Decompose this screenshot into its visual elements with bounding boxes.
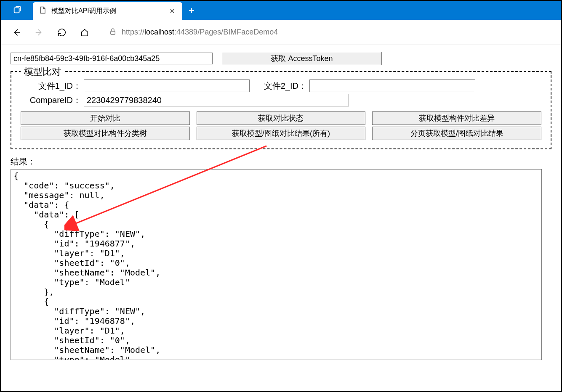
file2-label: 文件2_ID：: [253, 80, 309, 92]
fieldset-legend: 模型比对: [21, 66, 64, 78]
file2-id-input[interactable]: [309, 79, 475, 92]
compareid-label: CompareID：: [21, 95, 84, 106]
access-token-input[interactable]: [11, 53, 213, 64]
button-grid: 开始对比 获取对比状态 获取模型构件对比差异 获取模型对比构件分类树 获取模型/…: [21, 111, 541, 140]
window-controls[interactable]: [1, 1, 33, 20]
address-bar[interactable]: https://localhost:44389/Pages/BIMFaceDem…: [109, 28, 278, 37]
url-prefix: https://: [122, 28, 144, 36]
file1-label: 文件1_ID：: [21, 80, 84, 92]
url-text: https://localhost:44389/Pages/BIMFaceDem…: [122, 28, 278, 37]
get-element-diff-button[interactable]: 获取模型构件对比差异: [372, 111, 541, 125]
tab-title: 模型对比API调用示例: [51, 7, 163, 16]
token-row: 获取 AccessToken: [11, 52, 551, 65]
tabs-icon: [13, 5, 22, 16]
browser-toolbar: https://localhost:44389/Pages/BIMFaceDem…: [1, 20, 561, 45]
home-button[interactable]: [78, 26, 91, 39]
result-textarea[interactable]: [11, 169, 542, 360]
start-compare-button[interactable]: 开始对比: [21, 111, 190, 125]
forward-button[interactable]: [32, 26, 46, 39]
page-content: 获取 AccessToken 模型比对 文件1_ID： 文件2_ID： Comp…: [1, 45, 561, 368]
get-paged-results-button[interactable]: 分页获取模型/图纸对比结果: [372, 127, 541, 140]
new-tab-button[interactable]: +: [182, 1, 201, 20]
file-id-row: 文件1_ID： 文件2_ID：: [21, 79, 541, 92]
refresh-button[interactable]: [55, 26, 69, 39]
compareid-input[interactable]: [84, 94, 349, 106]
back-button[interactable]: [10, 26, 23, 39]
svg-rect-0: [14, 8, 19, 13]
tab-close-icon[interactable]: ×: [168, 6, 176, 16]
model-compare-fieldset: 模型比对 文件1_ID： 文件2_ID： CompareID： 开始对比 获取对…: [11, 71, 551, 149]
url-rest: :44389/Pages/BIMFaceDemo4: [174, 28, 278, 36]
get-access-token-button[interactable]: 获取 AccessToken: [222, 52, 382, 65]
svg-rect-1: [111, 31, 115, 34]
file1-id-input[interactable]: [84, 79, 250, 92]
browser-tab[interactable]: 模型对比API调用示例 ×: [33, 2, 182, 20]
get-status-button[interactable]: 获取对比状态: [197, 111, 366, 125]
titlebar: 模型对比API调用示例 × +: [1, 1, 561, 20]
get-all-results-button[interactable]: 获取模型/图纸对比结果(所有): [197, 127, 366, 140]
get-tree-button[interactable]: 获取模型对比构件分类树: [21, 127, 190, 140]
compareid-row: CompareID：: [21, 94, 541, 106]
url-host: localhost: [144, 28, 174, 36]
lock-icon: [109, 28, 117, 37]
page-icon: [39, 6, 46, 16]
result-label: 结果：: [11, 156, 551, 167]
